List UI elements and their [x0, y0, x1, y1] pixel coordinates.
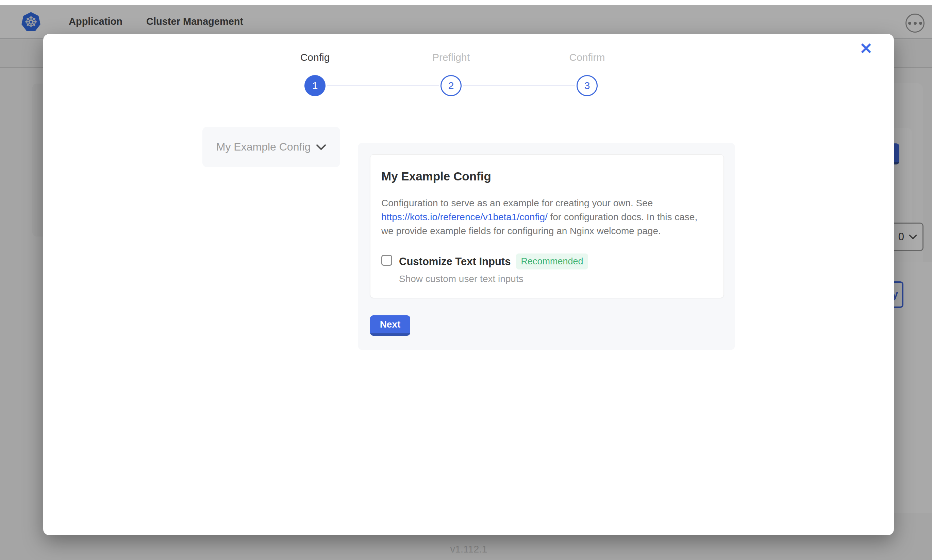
window-top-strip	[0, 0, 932, 5]
chevron-down-icon	[316, 144, 326, 150]
kots-admin-console: ☸ Application Cluster Management 0 y v1.…	[0, 0, 932, 560]
config-wizard-modal: ✕ Config Preflight Confirm 1 2 3 My Exam…	[43, 34, 894, 535]
step-label-confirm: Confirm	[546, 52, 628, 63]
config-panel: My Example Config Configuration to serve…	[358, 143, 735, 350]
customize-text-inputs-checkbox[interactable]	[381, 255, 392, 266]
step-label-config: Config	[274, 52, 356, 63]
config-group-label: My Example Config	[216, 141, 310, 153]
step-circle-3: 3	[577, 75, 598, 96]
config-group-dropdown[interactable]: My Example Config	[202, 127, 340, 167]
config-docs-link[interactable]: https://kots.io/reference/v1beta1/config…	[381, 212, 548, 222]
config-group-title: My Example Config	[381, 169, 711, 183]
config-group-card: My Example Config Configuration to serve…	[370, 154, 724, 298]
step-circle-2: 2	[440, 75, 461, 96]
close-icon[interactable]: ✕	[856, 39, 876, 58]
config-item-row: Customize Text InputsRecommended Show cu…	[381, 254, 711, 285]
checkbox-help-text: Show custom user text inputs	[399, 274, 588, 285]
config-group-description: Configuration to serve as an example for…	[381, 196, 711, 238]
step-label-preflight: Preflight	[410, 52, 492, 63]
step-connector-1-2	[327, 85, 439, 86]
next-button[interactable]: Next	[370, 315, 410, 336]
checkbox-label: Customize Text Inputs	[399, 255, 511, 268]
step-circle-1: 1	[304, 75, 326, 96]
recommended-badge: Recommended	[516, 254, 588, 269]
step-connector-2-3	[463, 85, 575, 86]
